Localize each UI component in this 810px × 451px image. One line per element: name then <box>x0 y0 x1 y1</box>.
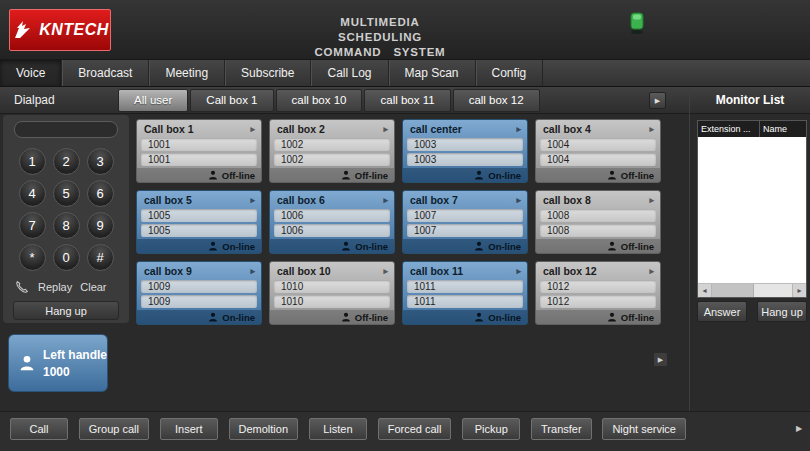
callbox-expand-arrow-icon[interactable]: ▸ <box>516 195 521 205</box>
scroll-right-arrow[interactable]: ▸ <box>792 284 806 297</box>
tab-call-log[interactable]: Call Log <box>311 60 388 86</box>
callbox-expand-arrow-icon[interactable]: ▸ <box>383 195 388 205</box>
key-2[interactable]: 2 <box>53 148 80 175</box>
transfer-button[interactable]: Transfer <box>531 418 592 440</box>
person-icon <box>341 170 351 180</box>
key-1[interactable]: 1 <box>19 148 46 175</box>
callbox-extension-line2[interactable]: 1007 <box>407 224 523 237</box>
replay-button[interactable]: Replay <box>38 281 72 293</box>
callbox-card-10[interactable]: call box 10 ▸ 1010 1010 Off-line <box>269 261 395 325</box>
callbox-expand-arrow-icon[interactable]: ▸ <box>250 266 255 276</box>
horizontal-scrollbar[interactable]: ◂ ▸ <box>698 283 806 297</box>
listen-button[interactable]: Listen <box>309 418 367 440</box>
callbox-card-5[interactable]: call box 5 ▸ 1005 1005 On-line <box>136 190 262 254</box>
callbox-card-11[interactable]: call box 11 ▸ 1011 1011 On-line <box>402 261 528 325</box>
monitor-hangup-button[interactable]: Hang up <box>757 301 807 322</box>
callbox-extension-line2[interactable]: 1006 <box>274 224 390 237</box>
subtab-call-box-10[interactable]: call box 10 <box>276 89 363 112</box>
subtab-all-user[interactable]: All user <box>118 89 188 112</box>
callbox-extension-line2[interactable]: 1011 <box>407 295 523 308</box>
callbox-expand-arrow-icon[interactable]: ▸ <box>250 195 255 205</box>
callbox-extension-line1[interactable]: 1007 <box>407 209 523 222</box>
scroll-left-arrow[interactable]: ◂ <box>698 284 712 297</box>
callbox-card-7[interactable]: call box 7 ▸ 1007 1007 On-line <box>402 190 528 254</box>
callbox-extension-line2[interactable]: 1002 <box>274 153 390 166</box>
key-0[interactable]: 0 <box>53 244 80 271</box>
callbox-expand-arrow-icon[interactable]: ▸ <box>516 266 521 276</box>
callbox-extension-line1[interactable]: 1011 <box>407 280 523 293</box>
callbox-extension-line1[interactable]: 1008 <box>540 209 656 222</box>
pickup-button[interactable]: Pickup <box>462 418 520 440</box>
callbox-extension-line1[interactable]: 1005 <box>141 209 257 222</box>
key-7[interactable]: 7 <box>19 212 46 239</box>
callbox-extension-line2[interactable]: 1010 <box>274 295 390 308</box>
callbox-card-9[interactable]: call box 9 ▸ 1009 1009 On-line <box>136 261 262 325</box>
callbox-card-8[interactable]: call box 8 ▸ 1008 1008 Off-line <box>535 190 661 254</box>
tab-meeting[interactable]: Meeting <box>149 60 225 86</box>
answer-button[interactable]: Answer <box>697 301 747 322</box>
key-5[interactable]: 5 <box>53 180 80 207</box>
callbox-extension-line2[interactable]: 1004 <box>540 153 656 166</box>
callbox-extension-line1[interactable]: 1002 <box>274 138 390 151</box>
call-button[interactable]: Call <box>10 418 68 440</box>
callbox-extension-line1[interactable]: 1003 <box>407 138 523 151</box>
callbox-extension-line1[interactable]: 1012 <box>540 280 656 293</box>
forced-call-button[interactable]: Forced call <box>378 418 452 440</box>
callbox-extension-line2[interactable]: 1008 <box>540 224 656 237</box>
dial-display[interactable] <box>14 121 118 138</box>
tab-broadcast[interactable]: Broadcast <box>62 60 149 86</box>
night-service-button[interactable]: Night service <box>602 418 686 440</box>
tabs-more-arrow[interactable]: ▶ <box>649 92 666 109</box>
tab-config[interactable]: Config <box>476 60 544 86</box>
callbox-extension-line1[interactable]: 1001 <box>141 138 257 151</box>
callbox-name: call box 8 <box>543 194 591 206</box>
key-4[interactable]: 4 <box>19 180 46 207</box>
callbox-status-bar: Off-line <box>536 239 660 253</box>
subtab-call-box-1[interactable]: Call box 1 <box>190 89 273 112</box>
callbox-expand-arrow-icon[interactable]: ▸ <box>649 266 654 276</box>
callbox-card-6[interactable]: call box 6 ▸ 1006 1006 On-line <box>269 190 395 254</box>
bottom-more-arrow[interactable]: ▶ <box>796 424 802 433</box>
group-call-button[interactable]: Group call <box>79 418 149 440</box>
grid-more-arrow[interactable]: ▶ <box>653 352 668 367</box>
callbox-extension-line1[interactable]: 1010 <box>274 280 390 293</box>
scrollbar-thumb[interactable] <box>712 284 754 297</box>
callbox-extension-line2[interactable]: 1001 <box>141 153 257 166</box>
callbox-expand-arrow-icon[interactable]: ▸ <box>383 124 388 134</box>
callbox-expand-arrow-icon[interactable]: ▸ <box>383 266 388 276</box>
key-9[interactable]: 9 <box>87 212 114 239</box>
callbox-card-2[interactable]: call box 2 ▸ 1002 1002 Off-line <box>269 119 395 183</box>
callbox-card-3[interactable]: call center ▸ 1003 1003 On-line <box>402 119 528 183</box>
monitor-list-body[interactable] <box>698 137 806 283</box>
clear-button[interactable]: Clear <box>80 281 106 293</box>
callbox-extension-line2[interactable]: 1005 <box>141 224 257 237</box>
key-star[interactable]: * <box>19 244 46 271</box>
dialpad-hangup-button[interactable]: Hang up <box>13 301 119 320</box>
callbox-extension-line1[interactable]: 1004 <box>540 138 656 151</box>
tab-subscribe[interactable]: Subscribe <box>225 60 311 86</box>
callbox-expand-arrow-icon[interactable]: ▸ <box>516 124 521 134</box>
callbox-card-4[interactable]: call box 4 ▸ 1004 1004 Off-line <box>535 119 661 183</box>
demolition-button[interactable]: Demoltion <box>229 418 299 440</box>
callbox-expand-arrow-icon[interactable]: ▸ <box>250 124 255 134</box>
callbox-extension-line1[interactable]: 1009 <box>141 280 257 293</box>
subtab-call-box-12[interactable]: call box 12 <box>453 89 540 112</box>
callbox-card-12[interactable]: call box 12 ▸ 1012 1012 Off-line <box>535 261 661 325</box>
column-name: Name <box>760 121 790 137</box>
left-handle-card[interactable]: Left handle 1000 <box>8 334 108 392</box>
callbox-extension-line1[interactable]: 1006 <box>274 209 390 222</box>
callbox-extension-line2[interactable]: 1003 <box>407 153 523 166</box>
callbox-expand-arrow-icon[interactable]: ▸ <box>649 195 654 205</box>
tab-map-scan[interactable]: Map Scan <box>389 60 476 86</box>
callbox-extension-line2[interactable]: 1009 <box>141 295 257 308</box>
insert-button[interactable]: Insert <box>160 418 218 440</box>
key-hash[interactable]: # <box>87 244 114 271</box>
key-6[interactable]: 6 <box>87 180 114 207</box>
callbox-expand-arrow-icon[interactable]: ▸ <box>649 124 654 134</box>
key-3[interactable]: 3 <box>87 148 114 175</box>
key-8[interactable]: 8 <box>53 212 80 239</box>
callbox-card-1[interactable]: Call box 1 ▸ 1001 1001 Off-line <box>136 119 262 183</box>
tab-voice[interactable]: Voice <box>0 60 62 86</box>
callbox-extension-line2[interactable]: 1012 <box>540 295 656 308</box>
subtab-call-box-11[interactable]: call box 11 <box>364 89 450 112</box>
